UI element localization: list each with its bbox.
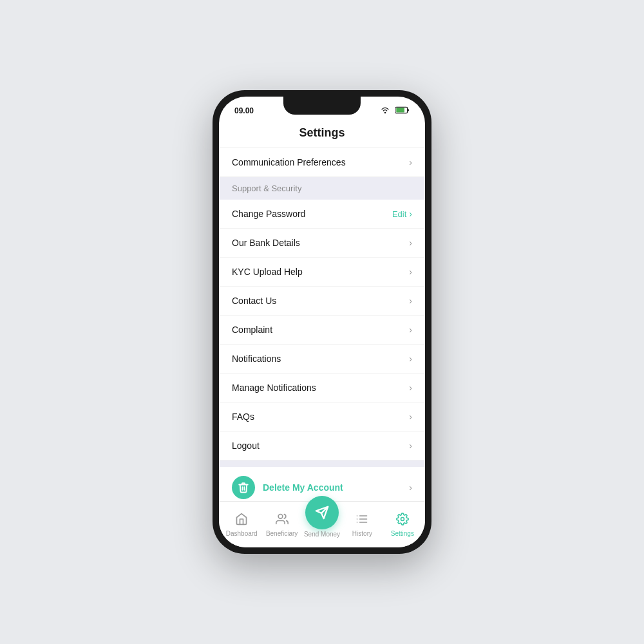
wifi-icon bbox=[380, 106, 390, 115]
chevron-icon: › bbox=[409, 354, 412, 364]
chevron-icon: › bbox=[409, 238, 412, 248]
menu-item-label: Change Password bbox=[232, 209, 305, 219]
nav-label-beneficiary: Beneficiary bbox=[266, 530, 298, 537]
menu-item-right: › bbox=[409, 267, 412, 277]
chevron-icon: › bbox=[409, 482, 412, 493]
menu-item-right: › bbox=[409, 412, 412, 422]
nav-label-dashboard: Dashboard bbox=[226, 530, 258, 537]
chevron-icon: › bbox=[409, 296, 412, 306]
menu-item-notifications[interactable]: Notifications › bbox=[219, 345, 425, 374]
nav-label-settings: Settings bbox=[391, 530, 414, 537]
menu-item-faqs[interactable]: FAQs › bbox=[219, 402, 425, 431]
chevron-icon: › bbox=[409, 209, 412, 219]
notch bbox=[283, 97, 361, 115]
settings-content: Communication Preferences › Support & Se… bbox=[219, 148, 425, 501]
beneficiary-icon bbox=[275, 513, 289, 529]
menu-item-label: FAQs bbox=[232, 412, 254, 422]
menu-item-right: › bbox=[409, 354, 412, 364]
menu-item-label: Logout bbox=[232, 440, 260, 451]
nav-label-history: History bbox=[352, 530, 372, 537]
menu-item-logout[interactable]: Logout › bbox=[219, 431, 425, 460]
edit-label: Edit bbox=[392, 209, 406, 219]
menu-item-change-password[interactable]: Change Password Edit › bbox=[219, 200, 425, 229]
nav-item-beneficiary[interactable]: Beneficiary bbox=[261, 513, 301, 537]
menu-item-complaint[interactable]: Complaint › bbox=[219, 316, 425, 345]
svg-point-2 bbox=[278, 514, 283, 518]
nav-item-dashboard[interactable]: Dashboard bbox=[222, 513, 261, 537]
menu-item-right: › bbox=[409, 296, 412, 306]
section-spacer bbox=[219, 460, 425, 467]
menu-item-label: Our Bank Details bbox=[232, 238, 300, 248]
section-label: Support & Security bbox=[232, 184, 301, 193]
menu-item-label: Complaint bbox=[232, 325, 272, 335]
menu-item-bank-details[interactable]: Our Bank Details › bbox=[219, 229, 425, 258]
chevron-icon: › bbox=[409, 267, 412, 277]
home-icon bbox=[235, 513, 248, 529]
history-icon bbox=[355, 513, 368, 529]
menu-item-right: › bbox=[409, 238, 412, 248]
chevron-icon: › bbox=[409, 412, 412, 422]
delete-account-label: Delete My Account bbox=[263, 482, 343, 493]
delete-left: Delete My Account bbox=[232, 476, 343, 499]
status-icons bbox=[380, 105, 410, 117]
menu-item-kyc-upload[interactable]: KYC Upload Help › bbox=[219, 258, 425, 287]
delete-icon-circle bbox=[232, 476, 255, 499]
menu-item-label: Contact Us bbox=[232, 296, 276, 306]
menu-item-right: › bbox=[409, 383, 412, 393]
menu-item-communication-preferences[interactable]: Communication Preferences › bbox=[219, 148, 425, 177]
section-header-support: Support & Security bbox=[219, 177, 425, 200]
send-money-circle bbox=[305, 496, 339, 529]
settings-icon bbox=[396, 513, 409, 529]
menu-item-label: KYC Upload Help bbox=[232, 267, 303, 277]
menu-item-right: › bbox=[409, 325, 412, 335]
nav-label-send-money: Send Money bbox=[304, 531, 340, 538]
nav-item-send-money[interactable]: Send Money bbox=[302, 511, 342, 538]
menu-item-manage-notifications[interactable]: Manage Notifications › bbox=[219, 374, 425, 402]
nav-item-history[interactable]: History bbox=[342, 513, 382, 537]
menu-item-right: › bbox=[409, 440, 412, 451]
svg-point-11 bbox=[401, 517, 404, 520]
menu-item-right: Edit › bbox=[392, 209, 412, 219]
menu-item-label: Notifications bbox=[232, 354, 281, 364]
status-time: 09.00 bbox=[234, 106, 254, 115]
page-title: Settings bbox=[299, 126, 345, 139]
chevron-icon: › bbox=[409, 440, 412, 451]
chevron-icon: › bbox=[409, 157, 412, 167]
page-header: Settings bbox=[219, 120, 425, 148]
menu-item-right: › bbox=[409, 157, 412, 167]
menu-item-contact-us[interactable]: Contact Us › bbox=[219, 287, 425, 316]
nav-item-settings[interactable]: Settings bbox=[383, 513, 422, 537]
bottom-nav: Dashboard Beneficiary bbox=[219, 501, 425, 547]
menu-item-label: Manage Notifications bbox=[232, 383, 316, 393]
chevron-icon: › bbox=[409, 325, 412, 335]
chevron-icon: › bbox=[409, 383, 412, 393]
svg-rect-1 bbox=[396, 108, 404, 113]
menu-item-label: Communication Preferences bbox=[232, 157, 346, 167]
battery-icon bbox=[395, 105, 410, 117]
phone-frame: 09.00 bbox=[213, 90, 431, 554]
phone-screen: 09.00 bbox=[219, 97, 425, 547]
